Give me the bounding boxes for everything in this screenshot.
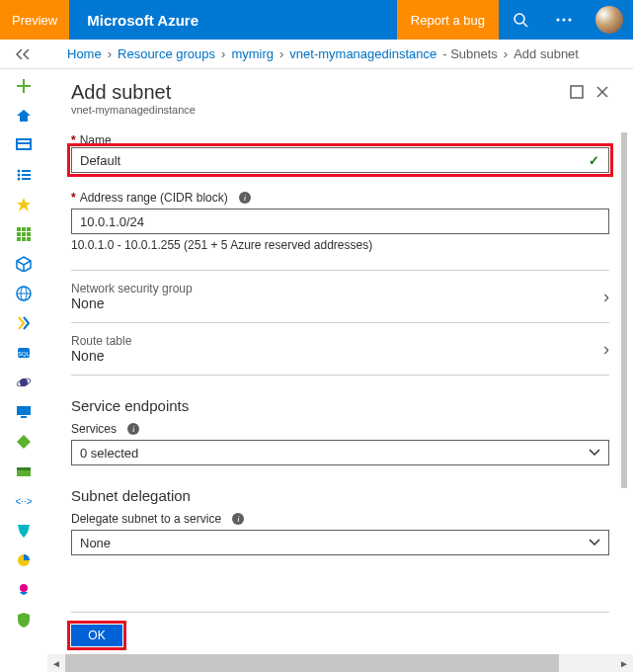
- grid-icon[interactable]: [15, 225, 33, 243]
- services-select[interactable]: 0 selected: [71, 440, 609, 465]
- chevron-down-icon: [589, 539, 600, 546]
- close-icon[interactable]: [595, 85, 609, 99]
- favorite-icon[interactable]: [15, 196, 33, 213]
- svg-rect-21: [22, 232, 26, 236]
- vm-icon[interactable]: [15, 403, 33, 421]
- delegate-label: Delegate subnet to a service i: [71, 512, 609, 526]
- scrollbar-vertical[interactable]: [617, 73, 627, 603]
- svg-rect-22: [27, 232, 31, 236]
- svg-marker-41: [18, 525, 30, 538]
- brand-title[interactable]: Microsoft Azure: [69, 0, 216, 40]
- svg-point-11: [18, 174, 21, 177]
- security-icon[interactable]: [15, 611, 33, 629]
- svg-point-4: [568, 18, 571, 21]
- name-label: *Name: [71, 133, 609, 147]
- breadcrumb-mymirg[interactable]: mymirg: [231, 46, 274, 61]
- ok-button[interactable]: OK: [71, 625, 122, 646]
- preview-badge: Preview: [0, 0, 69, 40]
- svg-rect-25: [27, 237, 31, 241]
- network-icon[interactable]: <··>: [15, 492, 33, 510]
- info-icon[interactable]: i: [232, 513, 244, 525]
- svg-rect-20: [17, 232, 21, 236]
- top-bar: Preview Microsoft Azure Report a bug: [0, 0, 633, 40]
- svg-rect-17: [17, 227, 21, 231]
- svg-rect-36: [21, 416, 27, 418]
- info-icon[interactable]: i: [127, 423, 139, 435]
- subnet-delegation-title: Subnet delegation: [71, 487, 609, 504]
- breadcrumb-add-subnet: Add subnet: [514, 46, 579, 61]
- svg-marker-37: [17, 435, 31, 449]
- address-range-label: *Address range (CIDR block) i: [71, 191, 609, 205]
- breadcrumb-vnet[interactable]: vnet-mymanagedinstance: [289, 46, 436, 61]
- svg-point-43: [20, 584, 28, 592]
- nsg-label: Network security group: [71, 282, 603, 295]
- svg-text:SQL: SQL: [18, 351, 31, 357]
- svg-rect-35: [17, 406, 31, 415]
- nsg-value: None: [71, 295, 603, 311]
- sql-icon[interactable]: SQL: [15, 344, 33, 362]
- blade-title: Add subnet: [71, 81, 570, 104]
- scrollbar-horizontal[interactable]: ◄ ►: [47, 654, 633, 672]
- breadcrumb-home[interactable]: Home: [67, 46, 102, 61]
- add-icon[interactable]: [15, 77, 33, 95]
- list-icon[interactable]: [15, 166, 33, 184]
- blade-content: Add subnet vnet-mymanagedinstance *Name …: [47, 69, 633, 654]
- user-avatar[interactable]: [595, 6, 623, 34]
- valid-checkmark-icon: ✓: [589, 153, 599, 168]
- svg-text:<··>: <··>: [16, 496, 32, 507]
- breadcrumb-resource-groups[interactable]: Resource groups: [118, 46, 215, 61]
- svg-marker-16: [17, 198, 31, 211]
- svg-point-10: [18, 170, 21, 173]
- address-range-input[interactable]: [71, 209, 609, 234]
- svg-point-0: [514, 14, 524, 24]
- identity-icon[interactable]: [15, 522, 33, 540]
- svg-rect-18: [22, 227, 26, 231]
- nsg-row[interactable]: Network security group None ›: [71, 271, 609, 322]
- route-table-row[interactable]: Route table None ›: [71, 323, 609, 375]
- more-icon[interactable]: [542, 0, 586, 40]
- search-icon[interactable]: [499, 0, 542, 40]
- svg-rect-39: [17, 467, 31, 470]
- svg-rect-44: [571, 86, 583, 98]
- info-icon[interactable]: i: [239, 192, 251, 204]
- chevron-right-icon: ›: [603, 339, 609, 360]
- blade-subtitle: vnet-mymanagedinstance: [71, 104, 570, 116]
- svg-rect-23: [17, 237, 21, 241]
- breadcrumb-subnets[interactable]: - Subnets: [442, 46, 498, 61]
- advisor-icon[interactable]: [15, 581, 33, 599]
- svg-line-1: [523, 23, 527, 27]
- breadcrumb: Home› Resource groups› mymirg› vnet-myma…: [47, 40, 633, 68]
- route-table-label: Route table: [71, 334, 603, 348]
- cube-icon[interactable]: [15, 255, 33, 273]
- monitor-icon[interactable]: [15, 551, 33, 569]
- svg-rect-19: [27, 227, 31, 231]
- toolbar-row: Home› Resource groups› mymirg› vnet-myma…: [0, 40, 633, 69]
- service-endpoints-title: Service endpoints: [71, 397, 609, 414]
- svg-point-12: [18, 178, 21, 181]
- home-icon[interactable]: [15, 107, 33, 125]
- globe-icon[interactable]: [15, 285, 33, 302]
- services-label: Services i: [71, 422, 609, 436]
- function-icon[interactable]: [15, 314, 33, 332]
- storage-icon[interactable]: [15, 462, 33, 480]
- address-range-hint: 10.0.1.0 - 10.0.1.255 (251 + 5 Azure res…: [71, 238, 609, 252]
- delegate-select[interactable]: None: [71, 530, 609, 555]
- cosmos-icon[interactable]: [15, 374, 33, 391]
- svg-point-2: [556, 18, 559, 21]
- name-input[interactable]: [71, 147, 609, 173]
- svg-point-3: [562, 18, 565, 21]
- chevron-down-icon: [589, 449, 600, 457]
- chevron-right-icon: ›: [603, 287, 609, 307]
- sidebar: SQL <··>: [0, 69, 47, 654]
- dashboard-icon[interactable]: [15, 136, 33, 154]
- route-table-value: None: [71, 348, 603, 364]
- collapse-sidebar-icon[interactable]: [0, 40, 47, 68]
- load-balancer-icon[interactable]: [15, 433, 33, 451]
- svg-rect-24: [22, 237, 26, 241]
- svg-marker-7: [17, 110, 31, 122]
- maximize-icon[interactable]: [570, 85, 584, 99]
- report-bug-button[interactable]: Report a bug: [397, 0, 499, 40]
